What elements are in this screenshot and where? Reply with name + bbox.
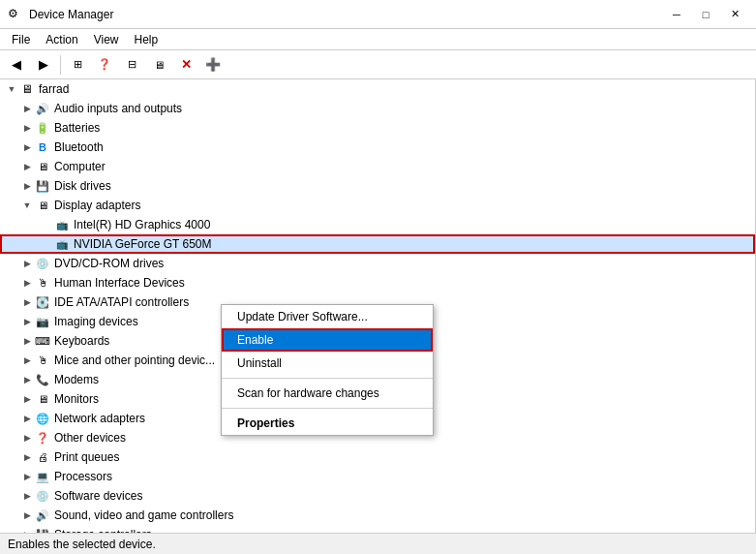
expander-computer[interactable]: ▶ <box>19 157 35 176</box>
label-network: Network adapters <box>54 412 145 425</box>
expander-mice[interactable]: ▶ <box>19 351 35 370</box>
tree-item-hid[interactable]: ▶ 🖱 Human Interface Devices <box>0 273 755 292</box>
label-audio: Audio inputs and outputs <box>54 102 182 115</box>
tree-item-batteries[interactable]: ▶ 🔋 Batteries <box>0 118 755 138</box>
icon-intel-gpu: 📺 <box>54 217 70 232</box>
label-modems: Modems <box>54 373 99 386</box>
label-computer: Computer <box>54 160 106 173</box>
expander-modems[interactable]: ▶ <box>19 370 35 389</box>
expander-bluetooth[interactable]: ▶ <box>19 138 35 157</box>
toolbar: ◀ ▶ ⊞ ❓ ⊟ 🖥 ✕ ➕ <box>0 50 756 79</box>
update-button[interactable]: ➕ <box>200 53 226 77</box>
tree-item-software[interactable]: ▶ 💿 Software devices <box>0 486 755 506</box>
context-separator-1 <box>222 378 433 379</box>
label-displayadapters: Display adapters <box>54 199 140 212</box>
tree-item-storage[interactable]: ▶ 💾 Storage controllers <box>0 525 755 533</box>
label-storage: Storage controllers <box>54 528 152 533</box>
tree-item-nvidia[interactable]: ▶ 📺 NVIDIA GeForce GT 650M <box>0 234 755 254</box>
window-title: Device Manager <box>29 8 113 21</box>
label-print: Print queues <box>54 450 119 464</box>
tree-item-processors[interactable]: ▶ 💻 Processors <box>0 467 755 486</box>
icon-ide: 💽 <box>35 294 50 310</box>
icon-nvidia-gpu: 📺 <box>54 236 70 252</box>
label-batteries: Batteries <box>54 121 100 135</box>
expander-network[interactable]: ▶ <box>19 409 35 428</box>
tree-item-dvd[interactable]: ▶ 💿 DVD/CD-ROM drives <box>0 254 755 273</box>
context-enable[interactable]: Enable <box>222 328 433 352</box>
label-software: Software devices <box>54 489 142 503</box>
menu-view[interactable]: View <box>86 31 127 48</box>
expander-hid[interactable]: ▶ <box>19 273 35 292</box>
properties-button[interactable]: ⊞ <box>65 53 90 77</box>
icon-display: 🖥 <box>35 198 50 213</box>
expander-batteries[interactable]: ▶ <box>19 118 35 138</box>
label-bluetooth: Bluetooth <box>54 140 104 154</box>
label-ide: IDE ATA/ATAPI controllers <box>54 295 189 309</box>
icon-keyboard: ⌨ <box>35 333 50 349</box>
label-dvd: DVD/CD-ROM drives <box>54 257 164 270</box>
icon-software: 💿 <box>35 488 50 504</box>
app-icon: ⚙ <box>8 7 23 22</box>
expander-display[interactable]: ▼ <box>19 196 35 215</box>
main-content: ▼ 🖥 farrad ▶ 🔊 Audio inputs and outputs … <box>0 79 756 533</box>
tree-item-sound[interactable]: ▶ 🔊 Sound, video and game controllers <box>0 506 755 525</box>
menu-file[interactable]: File <box>4 31 38 48</box>
context-separator-2 <box>222 408 433 409</box>
tree-item-farrad[interactable]: ▼ 🖥 farrad <box>0 79 755 99</box>
scan-button[interactable]: 🖥 <box>146 53 171 77</box>
expander-other[interactable]: ▶ <box>19 428 35 447</box>
icon-processor: 💻 <box>35 469 50 484</box>
expander-dvd[interactable]: ▶ <box>19 254 35 273</box>
context-update-driver[interactable]: Update Driver Software... <box>222 305 433 328</box>
expander-audio[interactable]: ▶ <box>19 99 35 118</box>
help-button[interactable]: ❓ <box>92 53 117 77</box>
context-uninstall[interactable]: Uninstall <box>222 352 433 375</box>
icon-mouse: 🖱 <box>35 353 50 368</box>
menu-bar: File Action View Help <box>0 29 756 50</box>
icon-battery: 🔋 <box>35 120 50 136</box>
maximize-button[interactable]: □ <box>692 5 719 24</box>
menu-help[interactable]: Help <box>127 31 166 48</box>
close-button[interactable]: ✕ <box>721 5 748 24</box>
tree-item-intel[interactable]: ▶ 📺 Intel(R) HD Graphics 4000 <box>0 215 755 234</box>
tree-item-displayadapters[interactable]: ▼ 🖥 Display adapters <box>0 196 755 215</box>
forward-button[interactable]: ▶ <box>31 53 56 77</box>
expander-storage[interactable]: ▶ <box>19 525 35 533</box>
label-keyboards: Keyboards <box>54 334 109 348</box>
device-prop-button[interactable]: ⊟ <box>119 53 144 77</box>
icon-sound: 🔊 <box>35 508 50 523</box>
tree-item-diskdrives[interactable]: ▶ 💾 Disk drives <box>0 176 755 196</box>
expander-ide[interactable]: ▶ <box>19 292 35 312</box>
expander-processors[interactable]: ▶ <box>19 467 35 486</box>
label-diskdrives: Disk drives <box>54 179 111 193</box>
expander-monitors[interactable]: ▶ <box>19 389 35 409</box>
tree-item-computer[interactable]: ▶ 🖥 Computer <box>0 157 755 176</box>
expander-sound[interactable]: ▶ <box>19 506 35 525</box>
expander-farrad[interactable]: ▼ <box>4 79 19 99</box>
icon-computer2: 🖥 <box>35 159 50 174</box>
tree-item-audio[interactable]: ▶ 🔊 Audio inputs and outputs <box>0 99 755 118</box>
expander-print[interactable]: ▶ <box>19 447 35 467</box>
tree-item-print[interactable]: ▶ 🖨 Print queues <box>0 447 755 467</box>
back-button[interactable]: ◀ <box>4 53 29 77</box>
icon-network: 🌐 <box>35 411 50 426</box>
menu-action[interactable]: Action <box>38 31 85 48</box>
label-farrad: farrad <box>39 82 69 96</box>
icon-bluetooth: B <box>35 139 50 155</box>
context-properties[interactable]: Properties <box>222 412 433 435</box>
label-nvidia: NVIDIA GeForce GT 650M <box>74 237 212 251</box>
disable-button[interactable]: ✕ <box>173 53 198 77</box>
expander-software[interactable]: ▶ <box>19 486 35 506</box>
expander-disk[interactable]: ▶ <box>19 176 35 196</box>
minimize-button[interactable]: ─ <box>663 5 690 24</box>
tree-item-bluetooth[interactable]: ▶ B Bluetooth <box>0 138 755 157</box>
icon-imaging: 📷 <box>35 314 50 329</box>
icon-hid: 🖱 <box>35 275 50 291</box>
label-imaging: Imaging devices <box>54 315 138 328</box>
icon-computer: 🖥 <box>19 81 35 97</box>
device-tree[interactable]: ▼ 🖥 farrad ▶ 🔊 Audio inputs and outputs … <box>0 79 756 533</box>
context-scan[interactable]: Scan for hardware changes <box>222 382 433 405</box>
expander-keyboards[interactable]: ▶ <box>19 331 35 351</box>
icon-other: ❓ <box>35 430 50 446</box>
expander-imaging[interactable]: ▶ <box>19 312 35 331</box>
